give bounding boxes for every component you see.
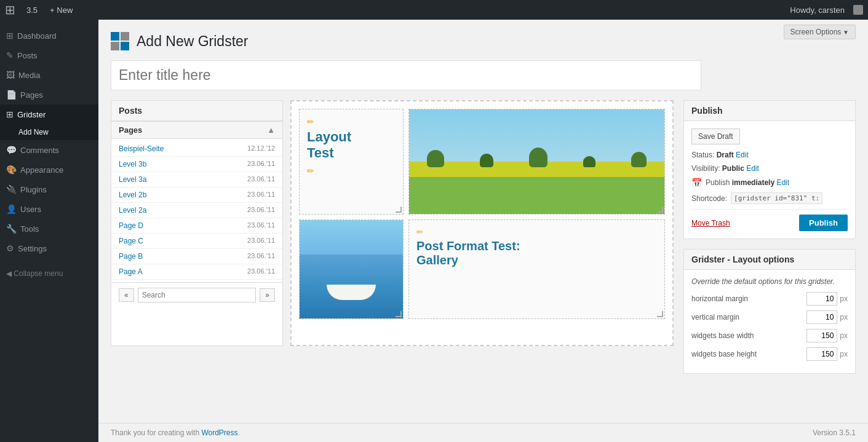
publish-actions: Move Trash Publish	[691, 209, 848, 231]
pages-list: Beispiel-Seite 12.12.'12 Level 3b 23.06.…	[111, 139, 282, 282]
sidebar-item-settings[interactable]: ⚙ Settings	[0, 239, 98, 258]
sidebar-item-plugins[interactable]: 🔌 Plugins	[0, 180, 98, 199]
landscape-image	[409, 109, 664, 214]
boat-image	[300, 220, 403, 318]
page-link-pageb[interactable]: Page B	[119, 252, 143, 261]
page-date-level3b: 23.06.'11	[247, 160, 275, 168]
page-link-pagea[interactable]: Page A	[119, 267, 143, 276]
posts-panel-title: Posts	[111, 101, 282, 121]
sidebar-label-appearance: Appearance	[20, 165, 63, 175]
sidebar-submenu-add-new[interactable]: Add New	[0, 124, 98, 140]
tree2	[480, 154, 493, 167]
adminbar-howdy: Howdy, carsten	[784, 6, 851, 15]
boat-shape	[327, 285, 376, 300]
resize-handle-boat[interactable]	[396, 311, 402, 317]
status-row: Status: Draft Edit	[691, 151, 848, 159]
move-trash-button[interactable]: Move Trash	[691, 219, 730, 227]
visibility-edit-link[interactable]: Edit	[746, 164, 759, 173]
wordpress-link[interactable]: WordPress	[201, 428, 237, 437]
status-edit-link[interactable]: Edit	[736, 151, 749, 159]
grid-cell-landscape[interactable]	[408, 109, 665, 215]
publish-box-body: Save Draft Status: Draft Edit Visibility…	[684, 121, 855, 239]
page-link-pagec[interactable]: Page C	[119, 237, 143, 245]
tree5	[631, 152, 647, 167]
layout-options-body: Override the default options for this gr…	[684, 270, 855, 373]
screen-options-button[interactable]: Screen Options	[784, 25, 856, 39]
edit-pencil-icon-2: ✏	[307, 166, 396, 176]
pages-collapse-arrow[interactable]: ▲	[267, 125, 275, 135]
base-height-input[interactable]	[806, 347, 837, 361]
sidebar-item-posts[interactable]: ✎ Posts	[0, 45, 98, 65]
list-item: Page D 23.06.'11	[111, 218, 282, 234]
hmargin-input[interactable]	[806, 292, 837, 306]
base-width-label: widgets base width	[691, 331, 754, 340]
shortcode-row: Shortcode: [gridster id="831" t:	[691, 192, 848, 204]
footer: Thank you for creating with WordPress. V…	[98, 423, 868, 442]
settings-icon: ⚙	[6, 243, 14, 253]
layout-test-title: LayoutTest	[307, 129, 396, 161]
page-link-level3a[interactable]: Level 3a	[119, 175, 146, 184]
wp-logo-icon[interactable]: ⊞	[5, 2, 15, 17]
sidebar-item-comments[interactable]: 💬 Comments	[0, 140, 98, 160]
sidebar-item-appearance[interactable]: 🎨 Appearance	[0, 160, 98, 180]
sidebar-item-media[interactable]: 🖼 Media	[0, 65, 98, 85]
next-page-button[interactable]: »	[260, 288, 275, 302]
gallery-title: Post Format Test:Gallery	[416, 239, 657, 267]
save-draft-button[interactable]: Save Draft	[691, 128, 740, 144]
adminbar-right: Howdy, carsten	[784, 5, 863, 15]
grid-cell-text-layout-test: ✏ LayoutTest ✏	[300, 109, 403, 183]
visibility-label: Visibility:	[691, 164, 720, 173]
collapse-menu-button[interactable]: ◀ Collapse menu	[0, 264, 98, 283]
pages-section-title: Pages ▲	[111, 121, 282, 139]
base-height-label: widgets base height	[691, 350, 757, 358]
publish-when: immediately	[732, 178, 774, 187]
sidebar-item-pages[interactable]: 📄 Pages	[0, 85, 98, 105]
resize-handle-gallery[interactable]	[657, 311, 663, 317]
editor-area: Posts Pages ▲ Beispiel-Seite 12.12.'12 L…	[111, 100, 674, 346]
logo-cell-1	[111, 32, 119, 41]
grid-cell-gallery[interactable]: ✏ Post Format Test:Gallery	[408, 219, 665, 319]
gridster-icon: ⊞	[6, 109, 14, 119]
sidebar-item-users[interactable]: 👤 Users	[0, 199, 98, 219]
publish-edit-link[interactable]: Edit	[776, 178, 789, 187]
page-link-beispiel[interactable]: Beispiel-Seite	[119, 144, 164, 153]
search-input[interactable]	[138, 288, 257, 302]
sidebar-label-media: Media	[18, 71, 40, 80]
page-link-paged[interactable]: Page D	[119, 221, 143, 230]
sidebar-label-comments: Comments	[20, 146, 59, 155]
field	[409, 162, 664, 214]
prev-page-button[interactable]: «	[119, 288, 134, 302]
layout-row-hmargin: horizontal margin px	[691, 292, 848, 306]
page-link-level2a[interactable]: Level 2a	[119, 206, 146, 215]
tree4	[583, 156, 595, 167]
logo-cell-2	[121, 32, 129, 41]
adminbar-version[interactable]: 3.5	[20, 0, 44, 20]
posts-icon: ✎	[6, 50, 14, 60]
logo-cell-4	[121, 42, 129, 50]
sidebar-item-tools[interactable]: 🔧 Tools	[0, 219, 98, 239]
base-width-input[interactable]	[806, 329, 837, 342]
sidebar-item-dashboard[interactable]: ⊞ Dashboard	[0, 26, 98, 45]
adminbar-new[interactable]: + New	[44, 0, 79, 20]
title-input[interactable]	[111, 60, 701, 90]
posts-panel: Posts Pages ▲ Beispiel-Seite 12.12.'12 L…	[111, 100, 283, 346]
pages-icon: 📄	[6, 90, 17, 100]
users-icon: 👤	[6, 204, 17, 214]
visibility-row: Visibility: Public Edit	[691, 164, 848, 173]
sidebar: ⊞ Dashboard ✎ Posts 🖼 Media 📄 Pages ⊞ Gr…	[0, 20, 98, 442]
grid-cell-boat[interactable]	[299, 219, 404, 319]
sidebar-label-users: Users	[20, 205, 41, 214]
page-date-beispiel: 12.12.'12	[247, 144, 275, 153]
sidebar-item-gridster[interactable]: ⊞ Gridster	[0, 105, 98, 124]
page-date-level2a: 23.06.'11	[247, 206, 275, 215]
resize-handle-landscape[interactable]	[657, 207, 663, 213]
resize-handle[interactable]	[396, 207, 402, 213]
publish-box: Publish Save Draft Status: Draft Edit Vi…	[683, 100, 856, 239]
vmargin-input[interactable]	[806, 310, 837, 324]
grid-cell-layout-test[interactable]: ✏ LayoutTest ✏	[299, 109, 404, 215]
page-link-level3b[interactable]: Level 3b	[119, 160, 146, 168]
publish-button[interactable]: Publish	[799, 215, 848, 231]
base-width-unit: px	[840, 331, 848, 340]
gallery-edit-icon: ✏	[416, 227, 423, 237]
page-link-level2b[interactable]: Level 2b	[119, 191, 146, 199]
